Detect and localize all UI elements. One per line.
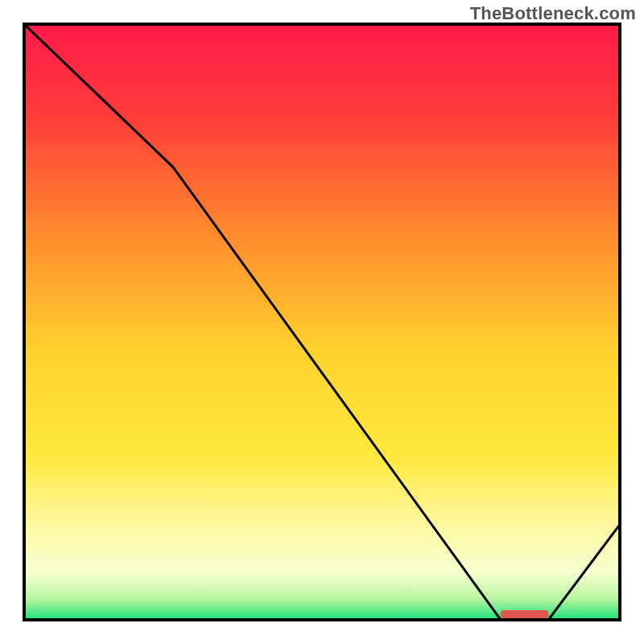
chart-stage: TheBottleneck.com (0, 0, 644, 644)
bottleneck-chart (0, 0, 644, 644)
optimal-range-marker (501, 610, 548, 618)
watermark-text: TheBottleneck.com (470, 3, 636, 24)
plot-background (24, 24, 620, 620)
